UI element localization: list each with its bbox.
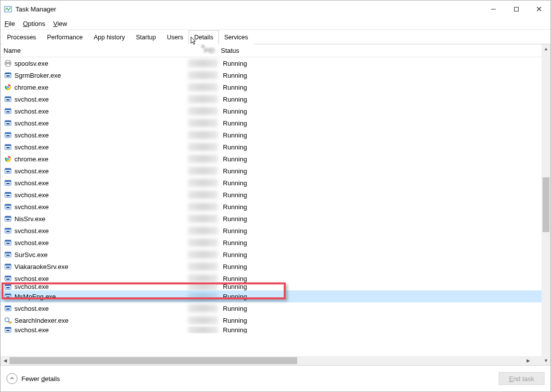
process-pid-blurred xyxy=(188,239,218,247)
exe-icon xyxy=(3,227,12,234)
menu-options[interactable]: Options xyxy=(23,20,45,27)
table-row[interactable]: NisSrv.exeRunning xyxy=(0,213,542,225)
process-name: svchost.exe xyxy=(14,131,188,139)
process-status: Running xyxy=(218,263,247,270)
close-button[interactable] xyxy=(528,0,551,17)
table-row[interactable]: spoolsv.exeRunning xyxy=(0,57,542,69)
chrome-icon xyxy=(3,84,12,91)
horizontal-scrollbar[interactable]: ◀ ▶ xyxy=(0,356,542,365)
scroll-right-icon[interactable]: ▶ xyxy=(524,356,533,365)
table-row[interactable]: svchost.exeRunning xyxy=(0,284,542,290)
svg-rect-19 xyxy=(6,111,10,113)
table-row[interactable]: svchost.exeRunning xyxy=(0,165,542,177)
task-manager-window: Task Manager File Options View Processes… xyxy=(0,0,551,392)
table-row[interactable]: svchost.exeRunning xyxy=(0,117,542,129)
exe-icon xyxy=(3,72,12,79)
table-row[interactable]: svchost.exeRunning xyxy=(0,189,542,201)
table-row[interactable]: svchost.exeRunning xyxy=(0,105,542,117)
process-status: Running xyxy=(218,203,247,211)
svg-point-71 xyxy=(5,318,9,322)
table-row[interactable]: svchost.exeRunning xyxy=(0,225,542,237)
scroll-up-icon[interactable]: ▲ xyxy=(542,44,551,53)
table-row[interactable]: svchost.exeRunning xyxy=(0,326,542,333)
exe-icon xyxy=(3,191,12,198)
table-row[interactable]: SgrmBroker.exeRunning xyxy=(0,69,542,81)
tab-services[interactable]: Services xyxy=(219,30,254,44)
process-name: svchost.exe xyxy=(14,275,188,282)
svg-rect-49 xyxy=(6,231,10,232)
column-header-pid[interactable]: ▲ PID xyxy=(188,44,218,57)
process-name: SurSvc.exe xyxy=(14,251,188,259)
table-row[interactable]: svchost.exeRunning xyxy=(0,177,542,189)
end-task-button[interactable]: End task xyxy=(499,372,545,385)
tab-performance[interactable]: Performance xyxy=(41,30,88,44)
svg-rect-75 xyxy=(5,327,11,329)
process-pid-blurred xyxy=(188,203,218,211)
table-row[interactable]: svchost.exeRunning xyxy=(0,141,542,153)
svg-rect-46 xyxy=(6,219,10,220)
table-row[interactable]: MsMpEng.exeRunning xyxy=(0,290,542,302)
table-row[interactable]: svchost.exeRunning xyxy=(0,302,542,314)
tab-processes[interactable]: Processes xyxy=(1,30,41,44)
maximize-button[interactable] xyxy=(505,0,528,17)
process-name: svchost.exe xyxy=(14,120,188,127)
process-status: Running xyxy=(218,251,247,259)
process-name: svchost.exe xyxy=(14,239,188,247)
menu-file[interactable]: File xyxy=(4,20,15,27)
process-status: Running xyxy=(218,96,247,103)
titlebar: Task Manager xyxy=(0,0,551,17)
scroll-corner xyxy=(533,356,542,365)
process-status: Running xyxy=(218,326,247,333)
hscroll-thumb[interactable] xyxy=(9,357,297,364)
exe-icon xyxy=(3,284,12,290)
fewer-details-button[interactable]: Fewer details xyxy=(6,373,60,384)
tab-app-history[interactable]: App history xyxy=(88,30,131,44)
minimize-button[interactable] xyxy=(482,0,505,17)
exe-icon xyxy=(3,143,12,150)
vscroll-thumb[interactable] xyxy=(543,177,550,232)
svg-rect-67 xyxy=(6,296,10,298)
tab-strip: Processes Performance App history Startu… xyxy=(0,29,551,44)
svg-rect-16 xyxy=(6,99,10,101)
column-header-name[interactable]: Name xyxy=(3,47,188,54)
exe-icon xyxy=(3,293,12,300)
exe-icon xyxy=(3,96,12,103)
svg-rect-24 xyxy=(5,132,11,134)
process-pid-blurred xyxy=(188,95,218,103)
table-row[interactable]: SearchIndexer.exeRunning xyxy=(0,314,542,326)
table-row[interactable]: SurSvc.exeRunning xyxy=(0,249,542,261)
process-name: svchost.exe xyxy=(14,326,188,333)
process-pid-blurred xyxy=(188,71,218,79)
scroll-left-icon[interactable]: ◀ xyxy=(0,356,9,365)
process-pid-blurred xyxy=(188,191,218,199)
process-name: spoolsv.exe xyxy=(14,60,188,67)
tab-startup[interactable]: Startup xyxy=(130,30,161,44)
fewer-details-label: Fewer details xyxy=(21,375,60,383)
svg-rect-69 xyxy=(5,306,11,307)
table-row[interactable]: svchost.exeRunning xyxy=(0,93,542,105)
svg-rect-9 xyxy=(5,73,11,74)
scroll-down-icon[interactable]: ▼ xyxy=(542,356,551,365)
table-row[interactable]: svchost.exeRunning xyxy=(0,237,542,249)
process-status: Running xyxy=(218,284,247,290)
vertical-scrollbar[interactable]: ▲ ▼ xyxy=(542,44,551,365)
details-list: Name ▲ PID Status spoolsv.exeRunning Sgr… xyxy=(0,44,551,366)
process-name: svchost.exe xyxy=(14,143,188,151)
table-row[interactable]: ViakaraokeSrv.exeRunning xyxy=(0,261,542,272)
process-status: Running xyxy=(218,131,247,139)
table-row[interactable]: chrome.exeRunning xyxy=(0,153,542,165)
window-controls xyxy=(482,0,551,17)
table-row[interactable]: svchost.exeRunning xyxy=(0,272,542,284)
menu-view[interactable]: View xyxy=(53,20,67,27)
table-row[interactable]: chrome.exeRunning xyxy=(0,81,542,93)
table-row[interactable]: svchost.exeRunning xyxy=(0,201,542,213)
column-header-status[interactable]: Status xyxy=(218,47,542,54)
svg-rect-60 xyxy=(5,276,11,277)
tab-details[interactable]: Details xyxy=(188,30,218,44)
svg-rect-27 xyxy=(5,144,11,146)
table-row[interactable]: svchost.exeRunning xyxy=(0,129,542,141)
tab-users[interactable]: Users xyxy=(162,30,189,44)
menubar: File Options View xyxy=(0,17,551,29)
exe-icon xyxy=(3,179,12,186)
process-status: Running xyxy=(218,84,247,91)
